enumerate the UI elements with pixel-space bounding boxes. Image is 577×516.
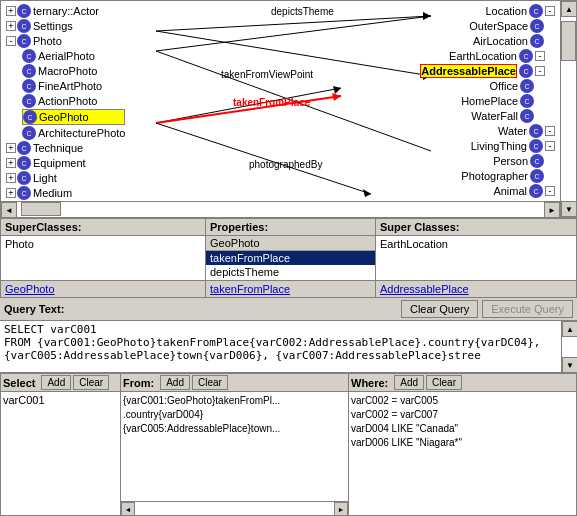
label-water: Water [498,125,527,137]
expand-addressableplace[interactable]: - [535,66,545,76]
tree-node-light[interactable]: + C Light [6,171,125,185]
expand-photo[interactable]: - [6,36,16,46]
label-homeplace: HomePlace [461,95,518,107]
select-clear-button[interactable]: Clear [73,375,109,390]
select-add-button[interactable]: Add [41,375,71,390]
right-node-addressableplace[interactable]: AddressablePlace C - [416,64,546,78]
right-node-livingthing[interactable]: LivingThing C - [416,139,556,153]
expand-earthlocation[interactable]: - [535,51,545,61]
tree-node-photo[interactable]: - C Photo [6,34,125,48]
select-label: Select [3,377,35,389]
right-tree: Location C - OuterSpace C AirLocation C … [416,4,556,199]
superclasses-content: Photo [1,236,205,280]
relation-takenFromViewPoint: takenFromViewPoint [221,69,313,80]
expand-location[interactable]: - [545,6,555,16]
query-textarea[interactable]: SELECT varC001 FROM {varC001:GeoPhoto}ta… [0,321,561,373]
graph-scrollbar-h[interactable]: ◄ ► [1,201,560,217]
svg-marker-9 [363,189,371,197]
right-node-office[interactable]: Office C [416,79,536,93]
expand-animal[interactable]: - [545,186,555,196]
label-office: Office [489,80,518,92]
scroll-thumb-h[interactable] [21,202,61,216]
graph-scrollbar-v[interactable]: ▲ ▼ [560,1,576,217]
expand-livingthing[interactable]: - [545,141,555,151]
from-column: From: Add Clear {varC001:GeoPhoto}takenF… [121,374,349,515]
scroll-right-btn[interactable]: ► [544,202,560,218]
icon-homeplace: C [520,94,534,108]
superclasses2-link[interactable]: AddressablePlace [380,283,469,295]
superclasses2-panel: Super Classes: EarthLocation Addressable… [376,219,576,297]
icon-person: C [530,154,544,168]
right-node-animal[interactable]: Animal C - [416,184,556,198]
from-scrollbar[interactable]: ◄ ► [121,501,348,515]
label-medium: Medium [33,187,72,199]
properties-item-0[interactable]: takenFromPlace [206,251,375,265]
tree-node-ternary[interactable]: + C ternary::Actor [6,4,125,18]
tree-node-aerialphoto[interactable]: C AerialPhoto [22,49,125,63]
query-scroll-up[interactable]: ▲ [562,321,577,337]
tree-node-equipment[interactable]: + C Equipment [6,156,125,170]
scroll-thumb-v[interactable] [561,21,576,61]
icon-technique: C [17,141,31,155]
tree-node-settings[interactable]: + C Settings [6,19,125,33]
right-node-person[interactable]: Person C [416,154,546,168]
svg-line-10 [156,16,431,51]
superclasses-link[interactable]: GeoPhoto [5,283,55,295]
from-clear-button[interactable]: Clear [192,375,228,390]
from-add-button[interactable]: Add [160,375,190,390]
expand-water[interactable]: - [545,126,555,136]
expand-light[interactable]: + [6,173,16,183]
query-scroll-down[interactable]: ▼ [562,357,577,373]
right-node-photographer[interactable]: Photographer C [416,169,546,183]
tree-node-macrophoto[interactable]: C MacroPhoto [22,64,125,78]
label-technique: Technique [33,142,83,154]
right-node-waterfall[interactable]: WaterFall C [416,109,536,123]
properties-item-1[interactable]: depictsTheme [206,265,375,279]
label-photographer: Photographer [461,170,528,182]
execute-query-button[interactable]: Execute Query [482,300,573,318]
from-scroll-right[interactable]: ► [334,502,348,515]
expand-ternary[interactable]: + [6,6,16,16]
where-header: Where: Add Clear [349,374,576,392]
right-node-airlocation[interactable]: AirLocation C [416,34,546,48]
label-ternary: ternary::Actor [33,5,99,17]
query-scrollbar[interactable]: ▲ ▼ [561,321,577,373]
right-node-water[interactable]: Water C - [416,124,556,138]
label-settings: Settings [33,20,73,32]
tree-node-medium[interactable]: + C Medium [6,186,125,200]
where-add-button[interactable]: Add [394,375,424,390]
where-content: varC002 = varC005 varC002 = varC007 varD… [349,392,576,515]
tree-node-actionphoto[interactable]: C ActionPhoto [22,94,125,108]
left-tree: + C ternary::Actor + C Settings - C Phot… [6,4,125,201]
icon-waterfall: C [520,109,534,123]
label-actionphoto: ActionPhoto [38,95,97,107]
icon-fineartphoto: C [22,79,36,93]
right-node-location[interactable]: Location C - [416,4,556,18]
tree-node-fineartphoto[interactable]: C FineArtPhoto [22,79,125,93]
properties-link[interactable]: takenFromPlace [210,283,290,295]
icon-medium: C [17,186,31,200]
query-label: Query Text: [4,303,64,315]
right-node-homeplace[interactable]: HomePlace C [416,94,536,108]
scroll-left-btn[interactable]: ◄ [1,202,17,218]
select-value: varC001 [3,394,118,406]
expand-settings[interactable]: + [6,21,16,31]
tree-node-geophoto[interactable]: C GeoPhoto [22,109,125,125]
tree-node-technique[interactable]: + C Technique [6,141,125,155]
from-scroll-left[interactable]: ◄ [121,502,135,515]
expand-medium[interactable]: + [6,188,16,198]
where-clear-button[interactable]: Clear [426,375,462,390]
expand-equipment[interactable]: + [6,158,16,168]
label-outerspace: OuterSpace [469,20,528,32]
right-node-outerspace[interactable]: OuterSpace C [416,19,546,33]
select-content: varC001 [1,392,120,515]
right-node-earthlocation[interactable]: EarthLocation C - [416,49,546,63]
scroll-down-btn[interactable]: ▼ [561,201,577,217]
clear-query-button[interactable]: Clear Query [401,300,478,318]
tree-node-architecturephoto[interactable]: C ArchitecturePhoto [22,126,125,140]
expand-technique[interactable]: + [6,143,16,153]
where-label: Where: [351,377,388,389]
icon-architecturephoto: C [22,126,36,140]
scroll-up-btn[interactable]: ▲ [561,1,577,17]
bottom-columns: Select Add Clear varC001 From: Add Clear… [0,373,577,516]
